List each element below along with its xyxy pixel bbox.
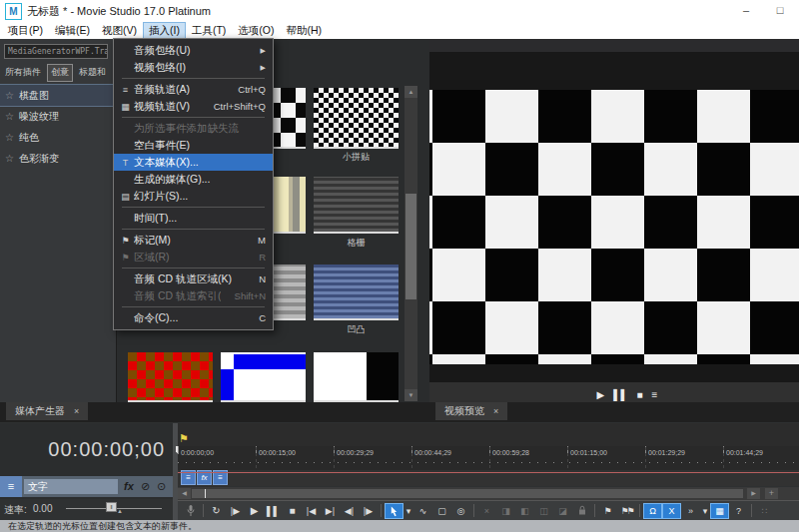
track-fx-icon[interactable]: fx [124,480,134,492]
preview-pause-icon[interactable]: ▌▌ [613,389,627,400]
go-to-start-button[interactable]: |◀ [302,503,321,519]
menu-project[interactable]: 项目(P) [2,22,49,39]
hscrollbar-thumb[interactable] [192,489,743,498]
envelope-tool-button[interactable]: ∿ [413,503,432,519]
menu-item-video-track[interactable]: ▦ 视频轨道(V) Ctrl+Shift+Q [114,98,273,115]
next-frame-button[interactable]: |▶ [359,503,378,519]
star-icon[interactable]: ☆ [5,153,14,164]
track-name-field[interactable]: 文字 [24,479,118,494]
preview-play-icon[interactable]: ▶ [597,389,605,400]
preset-thumb-blue-cross[interactable] [221,352,306,402]
time-display[interactable]: 00:00:00;00 [0,423,165,473]
selection-tool-button[interactable]: ▢ [432,503,451,519]
scroll-down-icon[interactable]: ▼ [404,389,417,401]
generator-item-color-gradient[interactable]: ☆ 色彩渐变 [0,148,116,169]
preview-stop-icon[interactable]: ■ [636,389,642,400]
tab-media-generator[interactable]: 媒体产生器 × [6,402,88,420]
generator-item-solid-color[interactable]: ☆ 纯色 [0,127,116,148]
track-mute-icon[interactable]: ⊘ [141,480,150,493]
lock-envelopes-button[interactable]: ▦ [710,503,729,519]
preset-label-small-mosaic: 小拼贴 [314,151,399,164]
split-button: ◫ [534,503,553,519]
generator-item-noise-texture[interactable]: ☆ 噪波纹理 [0,106,116,127]
previous-frame-button[interactable]: ◀| [340,503,359,519]
menu-item-marker[interactable]: ⚑ 标记(M) M [114,232,273,249]
scroll-up-icon[interactable]: ▲ [404,86,417,98]
menu-item-audio-envelope[interactable]: 音频包络(U) ▶ [114,42,273,59]
pause-button[interactable]: ▌▌ [264,503,283,519]
enable-snapping-button[interactable]: Ω [643,503,662,519]
preset-thumb-small-mosaic[interactable] [314,88,399,149]
zoom-edit-tool-button[interactable]: ◎ [451,503,470,519]
menu-options[interactable]: 选项(O) [232,22,280,39]
stop-button[interactable]: ■ [283,503,302,519]
menu-item-slideshow[interactable]: ▤ 幻灯片(S)... [114,188,273,205]
scrollbar-thumb[interactable] [405,194,416,299]
menu-bar: 项目(P) 编辑(E) 视图(V) 插入(I) 工具(T) 选项(O) 帮助(H… [0,22,799,39]
track-header[interactable]: ≡ 文字 fx ⊘ ⊙ [0,476,173,497]
generator-label: 纯色 [19,131,39,145]
rate-slider-handle[interactable]: ‖ [106,502,117,512]
tab-titles[interactable]: 标题和 [76,64,109,82]
close-icon[interactable]: × [74,406,79,416]
star-icon[interactable]: ☆ [5,90,14,101]
tab-label: 媒体产生器 [15,404,65,418]
edit-tool-dropdown[interactable]: ▾ [403,503,413,519]
marker-bar[interactable]: ⚑ [178,423,799,447]
star-icon[interactable]: ☆ [5,132,14,143]
auto-ripple-button[interactable]: » [681,503,700,519]
star-icon[interactable]: ☆ [5,111,14,122]
menu-item-empty-event[interactable]: 空白事件(E) [114,137,273,154]
play-from-start-button[interactable]: |▶ [226,503,245,519]
menu-insert[interactable]: 插入(I) [143,22,186,39]
menu-edit[interactable]: 编辑(E) [49,22,96,39]
track-menu-button[interactable]: ≡ [0,476,22,497]
menu-tools[interactable]: 工具(T) [186,22,232,39]
menu-separator [122,306,265,307]
timeline-hscrollbar[interactable]: ◀ ▶ + [178,487,799,500]
menu-help[interactable]: 帮助(H) [281,22,329,39]
menu-view[interactable]: 视图(V) [96,22,143,39]
menu-item-time[interactable]: 时间(T)... [114,210,273,227]
whats-this-help-button[interactable]: ? [729,503,748,519]
scroll-left-icon[interactable]: ◀ [178,488,191,499]
menu-item-command[interactable]: 命令(C)... C [114,309,273,326]
ruler-label: 00:00:59;28 [492,449,529,456]
generator-item-checkerboard[interactable]: ☆ 棋盘图 [0,85,116,106]
menu-item-audio-track[interactable]: ≡ 音频轨道(A) Ctrl+Q [114,81,273,98]
search-input[interactable] [4,44,108,59]
zoom-in-button[interactable]: + [765,488,778,499]
window-title: 无标题 * - Movie Studio 17.0 Platinum [27,4,211,19]
menu-item-cd-index: 音频 CD 轨道索引(X) Shift+N [114,287,273,304]
track-solo-icon[interactable]: ⊙ [157,480,166,493]
maximize-button[interactable]: □ [765,0,795,22]
menu-item-video-envelope[interactable]: 视频包络(I) ▶ [114,59,273,76]
menu-item-cd-region[interactable]: 音频 CD 轨道区域(K) N [114,270,273,287]
tab-all-plugins[interactable]: 所有插件 [2,64,44,82]
preset-thumb-grate[interactable] [314,177,399,234]
preset-thumb-red-checker[interactable] [128,352,213,402]
auto-crossfade-button[interactable]: X [662,503,681,519]
normal-edit-tool-button[interactable] [385,503,403,519]
tab-creative[interactable]: 创意 [47,64,73,82]
timeline-marker-flag-icon[interactable]: ⚑ [179,432,189,445]
thumbnail-scrollbar[interactable]: ▲ ▼ [404,86,417,401]
scroll-right-icon[interactable]: ▶ [747,488,760,499]
minimize-button[interactable]: – [731,0,761,22]
menu-item-text-media[interactable]: T 文本媒体(X)... [114,154,273,171]
insert-region-button[interactable]: ⚑⚑ [617,503,636,519]
tab-video-preview[interactable]: 视频预览 × [435,402,507,420]
preset-thumb-bump[interactable] [314,265,399,320]
play-button[interactable]: ▶ [245,503,264,519]
preview-playlist-icon[interactable]: ≡ [652,389,658,400]
loop-playback-button[interactable]: ↻ [207,503,226,519]
close-icon[interactable]: × [493,406,498,416]
preset-thumb-white-black[interactable] [314,352,399,402]
menu-item-generated-media[interactable]: 生成的媒体(G)... [114,171,273,188]
insert-marker-button[interactable]: ⚑ [598,503,617,519]
ripple-dropdown[interactable]: ▾ [700,503,710,519]
go-to-end-button[interactable]: ▶| [321,503,340,519]
trim-adjacent-button: ◪ [553,503,572,519]
time-ruler[interactable]: 0:00:00;00 00:00:15;00 00:00:29;29 00:00… [178,446,799,471]
text-media-icon: T [117,158,134,168]
